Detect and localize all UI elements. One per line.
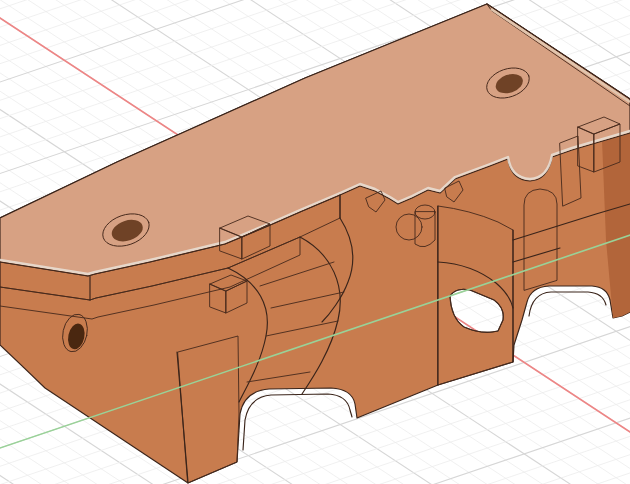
model-sectioned-housing[interactable] bbox=[0, 4, 630, 483]
cad-viewport[interactable] bbox=[0, 0, 630, 484]
viewport-canvas[interactable] bbox=[0, 0, 630, 484]
